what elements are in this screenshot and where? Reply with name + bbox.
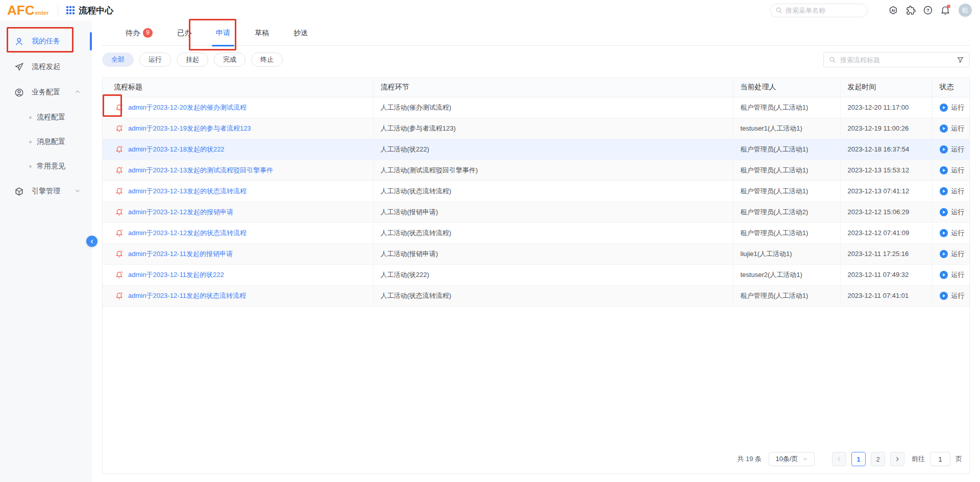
table-row[interactable]: admin于2023-12-18发起的状222 人工活动(状222) 租户管理员… — [103, 139, 969, 160]
page-size-select[interactable]: 10条/页 — [769, 452, 815, 466]
tab-apply[interactable]: 申请 — [204, 20, 242, 46]
page-button-2[interactable]: 2 — [871, 452, 885, 466]
next-page-button[interactable] — [890, 452, 904, 466]
menu-search-input[interactable] — [786, 7, 862, 14]
table-header-row: 流程标题 流程环节 当前处理人 发起时间 状态 — [103, 78, 969, 97]
process-title-link[interactable]: admin于2023-12-12发起的报销申请 — [128, 208, 233, 217]
plugins-puzzle-icon[interactable] — [905, 5, 916, 15]
urge-bell-icon[interactable] — [115, 208, 124, 216]
status-badge: 运行 — [940, 229, 970, 238]
urge-bell-icon[interactable] — [115, 229, 124, 237]
process-title-link[interactable]: admin于2023-12-12发起的状态流转流程 — [128, 229, 247, 238]
status-badge: 运行 — [940, 124, 970, 133]
active-indicator — [90, 32, 92, 50]
goto-page-input[interactable] — [930, 452, 950, 466]
column-header-time: 发起时间 — [840, 78, 932, 97]
start-time-cell: 2023-12-13 15:53:12 — [840, 160, 932, 181]
tab-label: 抄送 — [293, 29, 308, 38]
filter-pill-terminated[interactable]: 终止 — [251, 53, 283, 67]
apps-grid-icon[interactable] — [66, 6, 75, 14]
filter-pill-suspended[interactable]: 挂起 — [177, 53, 208, 67]
sidebar-item-process-config[interactable]: 流程配置 — [0, 105, 92, 130]
total-count: 共 19 条 — [737, 454, 762, 464]
main-content: 待办 9 已办 申请 草稿 抄送 全部 运行 挂起 完成 终止 — [92, 20, 980, 482]
current-handler-cell: 租户管理员(人工活动1) — [733, 97, 840, 118]
avatar[interactable]: 租 — [959, 4, 972, 17]
filter-pill-running[interactable]: 运行 — [139, 53, 171, 67]
process-title-link[interactable]: admin于2023-12-11发起的报销申请 — [128, 249, 233, 259]
svg-text:?: ? — [926, 8, 929, 13]
bullet-icon — [29, 165, 32, 168]
urge-bell-icon[interactable] — [115, 187, 124, 195]
filter-funnel-icon[interactable] — [957, 56, 964, 64]
process-title-link[interactable]: admin于2023-12-19发起的参与者流程123 — [128, 124, 251, 133]
process-title-link[interactable]: admin于2023-12-13发起的状态流转流程 — [128, 187, 247, 196]
title-search-input[interactable] — [840, 56, 952, 64]
urge-bell-icon[interactable] — [115, 291, 124, 300]
start-time-cell: 2023-12-19 11:00:26 — [840, 118, 932, 139]
table-row[interactable]: admin于2023-12-13发起的状态流转流程 人工活动(状态流转流程) 租… — [103, 181, 969, 201]
send-icon — [14, 62, 24, 72]
sidebar-item-engine-management[interactable]: 引擎管理 — [0, 179, 92, 204]
urge-bell-icon[interactable] — [115, 270, 124, 279]
title-search-box[interactable] — [823, 52, 970, 67]
filter-pill-completed[interactable]: 完成 — [214, 53, 246, 67]
svg-text:AI: AI — [891, 9, 895, 13]
urge-bell-icon[interactable] — [115, 124, 124, 133]
filter-pill-all[interactable]: 全部 — [102, 53, 134, 67]
table-row[interactable]: admin于2023-12-19发起的参与者流程123 人工活动(参与者流程12… — [103, 118, 969, 139]
table-row[interactable]: admin于2023-12-11发起的状态流转流程 人工活动(状态流转流程) 租… — [103, 285, 969, 306]
start-time-cell: 2023-12-11 17:25:16 — [840, 243, 932, 264]
start-time-cell: 2023-12-12 15:06:29 — [840, 201, 932, 222]
status-badge: 运行 — [940, 187, 970, 196]
urge-bell-icon[interactable] — [115, 249, 124, 258]
table-row[interactable]: admin于2023-12-20发起的催办测试流程 人工活动(催办测试流程) 租… — [103, 97, 969, 118]
sidebar-item-process-start[interactable]: 流程发起 — [0, 54, 92, 80]
table-empty-area — [103, 307, 969, 445]
help-icon[interactable]: ? — [923, 5, 933, 15]
table-row[interactable]: admin于2023-12-13发起的测试流程驳回引擎事件 人工活动(测试流程驳… — [103, 160, 969, 181]
page-button-1[interactable]: 1 — [851, 452, 866, 466]
app-logo: AFC enter — [7, 4, 48, 17]
process-node-cell: 人工活动(状态流转流程) — [373, 222, 733, 243]
ai-assistant-icon[interactable]: AI — [888, 5, 898, 15]
sidebar-item-label: 我的任务 — [32, 37, 60, 46]
tab-label: 申请 — [216, 29, 230, 38]
process-title-link[interactable]: admin于2023-12-20发起的催办测试流程 — [128, 103, 247, 112]
tab-draft[interactable]: 草稿 — [242, 20, 281, 46]
sidebar-item-common-opinions[interactable]: 常用意见 — [0, 154, 92, 179]
column-header-title: 流程标题 — [103, 78, 373, 97]
status-badge: 运行 — [940, 291, 970, 300]
process-title-link[interactable]: admin于2023-12-18发起的状222 — [128, 145, 225, 154]
notification-bell-icon[interactable] — [940, 5, 950, 15]
current-handler-cell: testuser1(人工活动1) — [733, 118, 840, 139]
process-title-link[interactable]: admin于2023-12-13发起的测试流程驳回引擎事件 — [128, 166, 273, 175]
tab-done[interactable]: 已办 — [165, 20, 204, 46]
table-row[interactable]: admin于2023-12-12发起的报销申请 人工活动(报销申请) 租户管理员… — [103, 201, 969, 222]
status-label: 运行 — [951, 145, 965, 154]
tab-bar: 待办 9 已办 申请 草稿 抄送 — [102, 20, 970, 46]
process-title-link[interactable]: admin于2023-12-11发起的状态流转流程 — [128, 291, 246, 300]
sidebar-item-message-config[interactable]: 消息配置 — [0, 130, 92, 154]
table-row[interactable]: admin于2023-12-11发起的状222 人工活动(状222) testu… — [103, 264, 969, 285]
todo-count-badge: 9 — [143, 28, 153, 38]
sidebar-item-label: 消息配置 — [37, 137, 65, 146]
chevron-down-icon — [75, 187, 81, 195]
sidebar-item-business-config[interactable]: 业务配置 — [0, 80, 92, 105]
table-row[interactable]: admin于2023-12-12发起的状态流转流程 人工活动(状态流转流程) 租… — [103, 222, 969, 243]
process-title-link[interactable]: admin于2023-12-11发起的状222 — [128, 270, 224, 280]
tab-todo[interactable]: 待办 9 — [113, 20, 165, 46]
sidebar-collapse-button[interactable] — [86, 236, 97, 247]
urge-bell-icon[interactable] — [115, 145, 124, 154]
status-badge: 运行 — [940, 208, 970, 217]
menu-search-box[interactable] — [770, 4, 868, 17]
sidebar-item-my-tasks[interactable]: 我的任务 — [0, 29, 92, 54]
urge-bell-icon[interactable] — [115, 166, 124, 174]
cube-icon — [14, 187, 24, 196]
prev-page-button[interactable] — [832, 452, 846, 466]
sidebar-item-label: 流程发起 — [32, 62, 60, 71]
tab-cc[interactable]: 抄送 — [281, 20, 320, 46]
sidebar-item-label: 流程配置 — [37, 113, 65, 122]
urge-bell-icon[interactable] — [115, 103, 124, 112]
table-row[interactable]: admin于2023-12-11发起的报销申请 人工活动(报销申请) liuji… — [103, 243, 969, 264]
